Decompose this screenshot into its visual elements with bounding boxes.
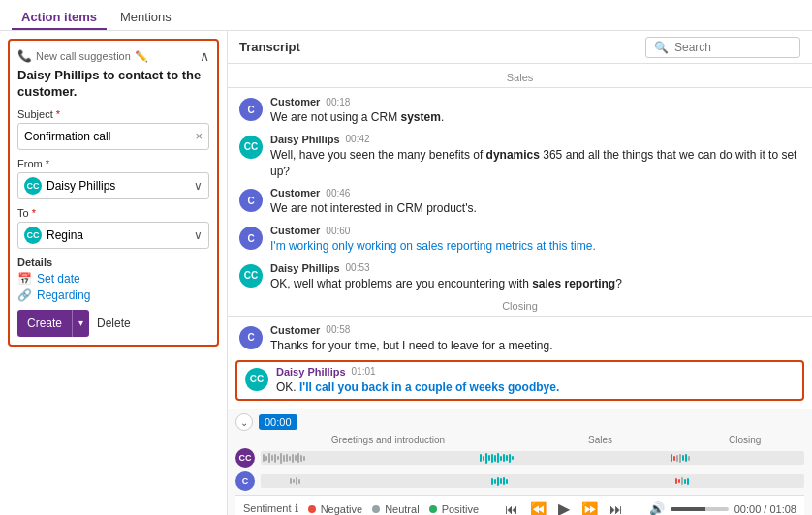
track-bar-customer [261, 471, 804, 491]
to-value: Regina [47, 228, 83, 242]
left-panel: 📞 New call suggestion ✏️ ∧ Daisy Phillip… [0, 31, 228, 515]
transcript-body: Sales C Customer 00:18 We are not using … [228, 64, 812, 409]
from-value: Daisy Phillips [47, 179, 115, 193]
subject-input[interactable] [24, 130, 195, 143]
message-text: Thanks for your time, but I need to leav… [270, 338, 800, 354]
skip-to-start-btn[interactable]: ⏮ [503, 500, 520, 516]
message-meta: Customer 00:60 [270, 225, 800, 236]
create-button[interactable]: Create ▾ [17, 310, 89, 337]
track-bar-daisy [261, 448, 804, 468]
timeline-section: ⌄ 00:00 Greetings and introduction Sales… [228, 409, 812, 515]
waveform-sales-customer [489, 474, 652, 488]
create-button-arrow[interactable]: ▾ [73, 310, 89, 337]
message-meta: Customer 00:58 [270, 324, 800, 336]
to-chevron-icon: ∨ [194, 228, 203, 242]
message-meta: Daisy Phillips 00:42 [270, 134, 800, 145]
section-label-closing: Closing [228, 296, 812, 317]
message-row-highlighted: CC Daisy Phillips 01:01 OK. I'll call yo… [235, 360, 804, 402]
time-badge: 00:00 [259, 414, 297, 430]
transcript-title: Transcript [239, 40, 300, 54]
calendar-icon: 📅 [17, 272, 32, 286]
search-box[interactable]: 🔍 [645, 37, 800, 58]
bottom-controls: Sentiment ℹ Negative Neutral Positive [235, 495, 804, 515]
action-card: 📞 New call suggestion ✏️ ∧ Daisy Phillip… [8, 39, 219, 347]
regarding-label: Regarding [37, 288, 90, 302]
waveform-closing-daisy [669, 451, 804, 465]
message-text: OK. I'll call you back in a couple of we… [276, 379, 795, 396]
avatar: CC [239, 264, 263, 288]
collapse-icon[interactable]: ∧ [200, 48, 209, 64]
rewind-btn[interactable]: ⏪ [528, 500, 548, 516]
track-bg-daisy [261, 451, 804, 465]
speaker-name: Customer [270, 187, 320, 198]
volume-slider[interactable] [671, 507, 729, 511]
tab-action-items[interactable]: Action items [12, 6, 107, 30]
message-text: We are not interested in CRM product's. [270, 200, 800, 217]
message-text: I'm working only working on sales report… [270, 238, 800, 255]
seg-label-closing: Closing [685, 435, 804, 445]
sentiment-info: Sentiment ℹ Negative Neutral Positive [243, 502, 479, 515]
timestamp: 00:42 [346, 134, 370, 144]
message-meta: Customer 00:46 [270, 187, 800, 198]
fast-forward-btn[interactable]: ⏩ [579, 500, 600, 516]
set-date-link[interactable]: 📅 Set date [17, 272, 209, 286]
clear-subject-icon[interactable]: × [195, 129, 203, 143]
main-content: 📞 New call suggestion ✏️ ∧ Daisy Phillip… [0, 31, 812, 515]
message-meta: Daisy Phillips 00:53 [270, 262, 800, 274]
message-row: C Customer 00:46 We are not interested i… [228, 183, 812, 221]
from-dropdown[interactable]: CC Daisy Phillips ∨ [17, 172, 209, 199]
avatar: CC [239, 136, 263, 159]
message-row: C Customer 00:58 Thanks for your time, b… [228, 320, 812, 358]
to-group: To * CC Regina ∨ [17, 207, 209, 249]
subject-input-wrapper[interactable]: × [17, 123, 209, 150]
phone-icon: 📞 [17, 49, 32, 63]
card-header: 📞 New call suggestion ✏️ ∧ [17, 48, 209, 64]
collapse-timeline-btn[interactable]: ⌄ [235, 413, 253, 431]
card-header-label: New call suggestion [36, 50, 131, 62]
card-footer: Create ▾ Delete [17, 310, 209, 337]
timestamp: 01:01 [352, 366, 376, 377]
regarding-link[interactable]: 🔗 Regarding [17, 288, 209, 302]
search-input[interactable] [674, 41, 792, 54]
from-dropdown-left: CC Daisy Phillips [24, 177, 115, 195]
details-section: Details 📅 Set date 🔗 Regarding [17, 257, 209, 302]
message-row: CC Daisy Phillips 00:42 Well, have you s… [228, 130, 812, 184]
timestamp: 00:18 [326, 97, 350, 107]
speaker-name: Daisy Phillips [270, 134, 340, 145]
right-panel: Transcript 🔍 Sales C Customer 00:18 We a… [228, 31, 812, 515]
track-row-daisy: CC [235, 448, 804, 468]
track-avatar-daisy: CC [235, 448, 255, 468]
timestamp: 00:46 [326, 188, 350, 198]
play-btn[interactable]: ▶ [556, 498, 572, 515]
subject-label: Subject * [17, 108, 209, 120]
segment-labels-row: Greetings and introduction Sales Closing [235, 435, 804, 445]
waveform-greetings-daisy [261, 451, 478, 465]
speaker-name: Customer [270, 225, 320, 236]
message-meta: Daisy Phillips 01:01 [276, 366, 795, 378]
highlighted-text: I'll call you back in a couple of weeks … [299, 380, 559, 394]
edit-icon[interactable]: ✏️ [135, 50, 148, 63]
playback-controls: ⏮ ⏪ ▶ ⏩ ⏭ [503, 498, 625, 515]
waveform-sales-daisy [478, 451, 668, 465]
neutral-dot [372, 505, 380, 513]
from-label: From * [17, 158, 209, 169]
skip-to-end-btn[interactable]: ⏭ [608, 500, 625, 516]
speaker-name: Customer [270, 324, 320, 336]
to-avatar: CC [24, 227, 42, 244]
delete-button[interactable]: Delete [97, 317, 131, 330]
speaker-name: Daisy Phillips [270, 262, 340, 274]
to-label: To * [17, 207, 209, 219]
tab-mentions[interactable]: Mentions [110, 6, 181, 30]
message-content: Daisy Phillips 00:42 Well, have you seen… [270, 134, 800, 180]
seg-label-greetings: Greetings and introduction [261, 435, 515, 445]
search-icon: 🔍 [654, 41, 669, 54]
message-row: C Customer 00:60 I'm working only workin… [228, 221, 812, 258]
details-label: Details [17, 257, 209, 268]
from-chevron-icon: ∨ [194, 179, 203, 193]
avatar: C [239, 227, 263, 250]
timeline-controls-top: ⌄ 00:00 [235, 413, 804, 431]
set-date-label: Set date [37, 272, 80, 286]
to-dropdown[interactable]: CC Regina ∨ [17, 222, 209, 249]
message-meta: Customer 00:18 [270, 96, 800, 107]
positive-dot [429, 505, 437, 513]
